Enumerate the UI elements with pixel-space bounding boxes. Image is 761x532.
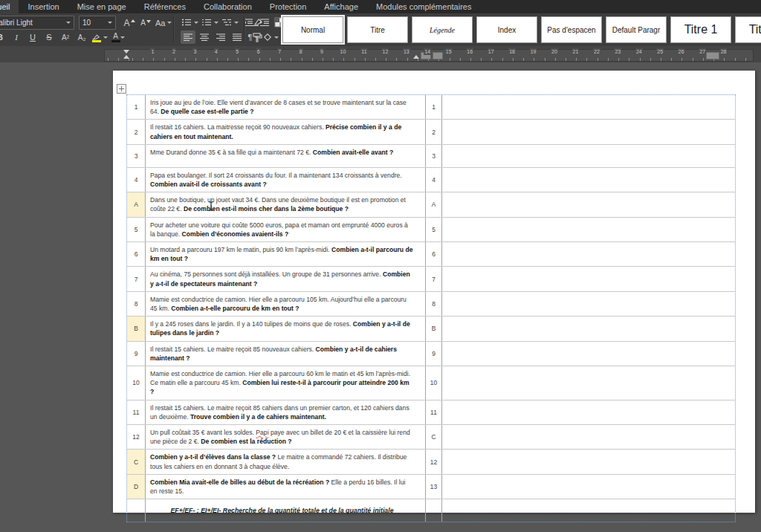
answer-cell[interactable]: [442, 145, 735, 167]
answer-cell[interactable]: [442, 168, 735, 192]
clear-style-button[interactable]: [250, 16, 265, 29]
row-label[interactable]: 7: [127, 267, 146, 291]
row-label[interactable]: 2: [127, 120, 146, 143]
tab-affichage[interactable]: Affichage: [315, 0, 367, 13]
style-index[interactable]: Index: [476, 16, 537, 43]
answer-label[interactable]: 7: [426, 267, 442, 291]
answer-cell[interactable]: [442, 218, 735, 241]
change-case-button[interactable]: Aa: [155, 16, 172, 30]
answer-label[interactable]: 12: [426, 450, 442, 473]
answer-cell[interactable]: [442, 267, 735, 291]
problem-text[interactable]: Un pull coûtait 35 € avant les soldes. P…: [146, 425, 426, 449]
first-line-indent-marker[interactable]: [123, 50, 129, 53]
answer-cell[interactable]: [442, 499, 735, 522]
answer-cell[interactable]: [442, 292, 735, 316]
answer-label[interactable]: 10: [426, 366, 442, 400]
tab-protection[interactable]: Protection: [261, 0, 316, 13]
decrease-font-button[interactable]: A: [138, 16, 153, 30]
align-right-button[interactable]: [213, 30, 228, 44]
font-name-select[interactable]: Calibri Light: [0, 16, 74, 30]
answer-cell[interactable]: [442, 342, 735, 366]
answer-cell[interactable]: [442, 366, 735, 400]
style-legende[interactable]: Légende: [412, 16, 473, 43]
superscript-button[interactable]: A²: [58, 30, 73, 44]
problem-text[interactable]: Combien Mia avait-elle de billes au débu…: [146, 475, 426, 499]
row-label[interactable]: 12: [127, 425, 146, 449]
answer-label[interactable]: 11: [426, 400, 442, 424]
answer-cell[interactable]: [442, 475, 735, 499]
row-label[interactable]: 10: [127, 366, 146, 400]
row-label[interactable]: 6: [127, 242, 146, 266]
problem-text[interactable]: Mme Durand donne 35 € à sa fille qui a m…: [146, 145, 426, 167]
tab-collaboration[interactable]: Collaboration: [195, 0, 261, 13]
problem-text[interactable]: Il restait 15 cahiers. Le maitre reçoit …: [146, 400, 426, 424]
style-normal[interactable]: Normal: [282, 16, 343, 43]
answer-label[interactable]: [426, 499, 442, 522]
style-pas-despacen[interactable]: Pas d'espacen: [541, 16, 602, 43]
table-column-marker[interactable]: [433, 52, 443, 59]
document-page[interactable]: 1Iris joue au jeu de l’oie. Elle vient d…: [113, 71, 755, 513]
answer-label[interactable]: 9: [426, 342, 442, 366]
bullet-list-button[interactable]: [181, 16, 199, 29]
table-column-marker[interactable]: [706, 52, 719, 59]
problem-text[interactable]: Combien y a-t-il d’élèves dans la classe…: [146, 450, 426, 473]
row-label[interactable]: 5: [127, 218, 146, 241]
answer-label[interactable]: B: [426, 317, 442, 340]
row-label[interactable]: B: [127, 317, 146, 340]
align-justify-button[interactable]: [230, 30, 245, 44]
answer-cell[interactable]: [442, 425, 735, 449]
strikethrough-button[interactable]: S: [42, 30, 56, 44]
style-titre-1[interactable]: Titre 1: [670, 16, 731, 43]
row-label[interactable]: A: [127, 192, 146, 216]
answer-label[interactable]: 2: [426, 120, 442, 143]
answer-label[interactable]: 8: [426, 292, 442, 316]
problem-text[interactable]: Au cinéma, 75 personnes sont déjà instal…: [146, 267, 426, 291]
table-move-handle[interactable]: [117, 84, 126, 94]
answer-label[interactable]: A: [426, 192, 442, 216]
tab-mise-en-page[interactable]: Mise en page: [68, 0, 135, 13]
tab-references[interactable]: Références: [135, 0, 195, 13]
problem-text[interactable]: Il restait 16 cahiers. La maitresse reço…: [146, 120, 426, 143]
align-center-button[interactable]: [197, 30, 212, 44]
tab-modules-complementaires[interactable]: Modules complémentaires: [367, 0, 480, 13]
underline-button[interactable]: U: [25, 30, 40, 44]
problem-text[interactable]: Mamie est conductrice de camion. Hier el…: [146, 366, 426, 400]
row-label[interactable]: 1: [127, 95, 146, 119]
problem-text[interactable]: Pour acheter une voiture qui coûte 5000 …: [146, 218, 426, 241]
row-label[interactable]: 11: [127, 400, 146, 424]
tab-insertion[interactable]: Insertion: [19, 0, 68, 13]
answer-label[interactable]: 3: [426, 145, 442, 167]
problem-text[interactable]: Papa est boulanger. Il sort 24 croissant…: [146, 168, 426, 192]
bold-button[interactable]: B: [0, 30, 7, 44]
answer-cell[interactable]: [442, 120, 735, 143]
multilevel-list-button[interactable]: [221, 16, 239, 29]
tab-accueil[interactable]: Accueil: [0, 0, 19, 13]
problem-text[interactable]: Il y a 245 roses dans le jardin. Il y a …: [146, 317, 426, 340]
answer-label[interactable]: 6: [426, 242, 442, 266]
answer-cell[interactable]: [442, 95, 735, 119]
row-label[interactable]: 9: [127, 342, 146, 366]
row-label[interactable]: 4: [127, 168, 146, 192]
answer-label[interactable]: 5: [426, 218, 442, 241]
row-label[interactable]: D: [127, 475, 146, 499]
subscript-button[interactable]: A₂: [74, 30, 89, 44]
align-left-button[interactable]: [181, 30, 195, 44]
row-label[interactable]: [127, 499, 146, 522]
answer-label[interactable]: 13: [426, 475, 442, 499]
problem-text[interactable]: Iris joue au jeu de l’oie. Elle vient d’…: [146, 95, 426, 119]
left-indent-marker[interactable]: [123, 55, 129, 59]
answer-label[interactable]: 1: [426, 95, 442, 119]
italic-button[interactable]: I: [9, 30, 24, 44]
font-size-select[interactable]: 10: [79, 16, 116, 30]
answer-cell[interactable]: [442, 450, 735, 473]
answer-label[interactable]: 4: [426, 168, 442, 192]
highlight-color-button[interactable]: [91, 30, 109, 44]
shading-button[interactable]: [262, 30, 279, 44]
row-label[interactable]: 3: [127, 145, 146, 167]
style-titre-2[interactable]: Titre 2: [735, 16, 761, 43]
answer-cell[interactable]: [442, 317, 735, 340]
problem-text[interactable]: Mamie est conductrice de camion. Hier el…: [146, 292, 426, 316]
style-titre[interactable]: Titre: [347, 16, 408, 43]
numbered-list-button[interactable]: [201, 16, 219, 29]
format-painter-button[interactable]: [250, 30, 265, 44]
